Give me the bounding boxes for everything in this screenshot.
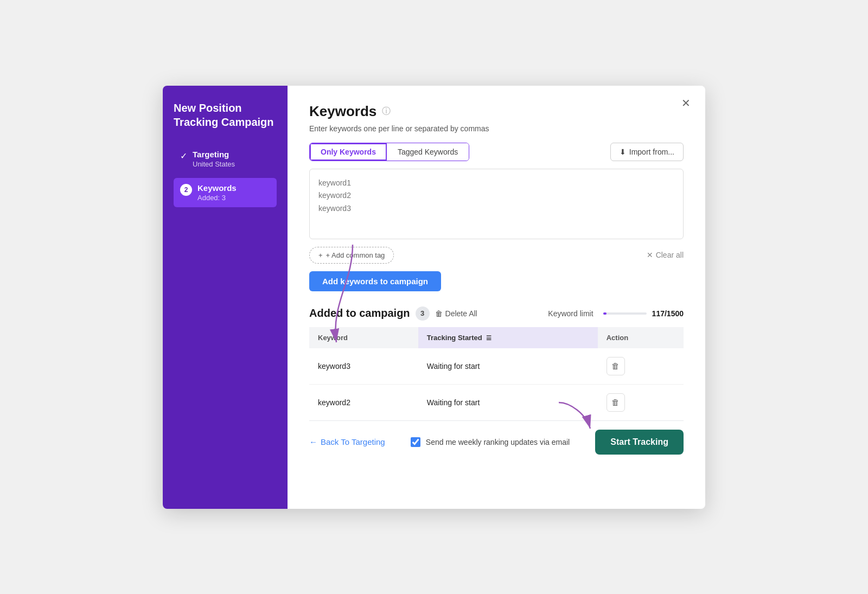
email-checkbox-row: Send me weekly ranking updates via email xyxy=(385,437,596,447)
limit-row: 117/1500 xyxy=(601,309,684,318)
added-to-campaign-section: Added to campaign 3 🗑 Delete All Keyword… xyxy=(309,306,684,420)
back-arrow-icon: ← xyxy=(309,437,317,446)
kw-cell-status3: Waiting for start xyxy=(418,348,598,385)
textarea-wrapper xyxy=(309,169,684,241)
plus-icon: + xyxy=(318,251,323,259)
clear-all-button[interactable]: ✕ Clear all xyxy=(647,251,684,259)
sidebar-targeting-label: Targeting xyxy=(193,150,235,159)
section-header: Added to campaign 3 🗑 Delete All Keyword… xyxy=(309,306,684,321)
table-header-row: Keyword Tracking Started ☰ Action xyxy=(309,327,684,348)
sidebar-keywords-sublabel: Added: 3 xyxy=(197,194,237,202)
keyword-tabs: Only Keywords Tagged Keywords xyxy=(309,143,469,161)
close-button[interactable]: ✕ xyxy=(677,94,694,112)
subtitle: Enter keywords one per line or separated… xyxy=(309,124,684,133)
check-icon: ✓ xyxy=(180,151,187,161)
limit-bar-fill xyxy=(603,312,607,315)
delete-all-label: Delete All xyxy=(445,309,477,318)
add-keywords-row: Add keywords to campaign xyxy=(309,271,684,291)
add-tag-label: + Add common tag xyxy=(326,251,385,259)
start-tracking-button[interactable]: Start Tracking xyxy=(595,430,684,455)
tabs-row: Only Keywords Tagged Keywords ⬇ Import f… xyxy=(309,143,684,161)
sidebar-targeting-content: Targeting United States xyxy=(193,150,235,168)
sidebar: New Position Tracking Campaign ✓ Targeti… xyxy=(163,86,288,509)
th-action: Action xyxy=(598,327,684,348)
close-icon: ✕ xyxy=(681,97,691,110)
back-button-label: Back To Targeting xyxy=(321,437,385,446)
clear-all-label: Clear all xyxy=(656,251,684,259)
import-button[interactable]: ⬇ Import from... xyxy=(610,143,684,161)
sidebar-targeting-sublabel: United States xyxy=(193,160,235,168)
keyword-limit-count: 117/1500 xyxy=(652,309,684,318)
bottom-bar: ← Back To Targeting Send me weekly ranki… xyxy=(309,420,684,457)
page-title: Keywords xyxy=(309,103,376,120)
kw-cell-keyword2: keyword2 xyxy=(309,384,418,420)
tab-only-keywords[interactable]: Only Keywords xyxy=(310,143,387,161)
kw-cell-action3: 🗑 xyxy=(598,348,684,385)
sidebar-title: New Position Tracking Campaign xyxy=(174,101,277,129)
import-download-icon: ⬇ xyxy=(620,148,626,156)
start-tracking-area: Start Tracking xyxy=(595,430,684,455)
delete-icon-2: 🗑 xyxy=(611,398,620,407)
sort-icon[interactable]: ☰ xyxy=(486,335,492,342)
campaign-count-badge: 3 xyxy=(416,306,430,321)
delete-icon-3: 🗑 xyxy=(611,361,620,371)
main-content: ✕ Keywords ⓘ Enter keywords one per line… xyxy=(288,86,705,509)
tag-clear-row: + + Add common tag ✕ Clear all xyxy=(309,247,684,264)
info-icon[interactable]: ⓘ xyxy=(382,106,391,117)
keyword-limit-area: Keyword limit 117/1500 xyxy=(548,309,684,318)
th-keyword: Keyword xyxy=(309,327,418,348)
back-to-targeting-button[interactable]: ← Back To Targeting xyxy=(309,437,385,446)
kw-cell-status2: Waiting for start xyxy=(418,384,598,420)
keywords-table: Keyword Tracking Started ☰ Action keywor… xyxy=(309,327,684,420)
th-tracking-started: Tracking Started ☰ xyxy=(418,327,598,348)
delete-all-button[interactable]: 🗑 Delete All xyxy=(435,309,477,318)
limit-bar-wrap xyxy=(603,312,647,315)
trash-icon: 🗑 xyxy=(435,309,443,318)
section-title: Added to campaign xyxy=(309,307,410,320)
page-title-row: Keywords ⓘ xyxy=(309,103,684,120)
clear-x-icon: ✕ xyxy=(647,251,653,259)
add-common-tag-button[interactable]: + + Add common tag xyxy=(309,247,394,264)
kw-cell-action2: 🗑 xyxy=(598,384,684,420)
sidebar-item-targeting[interactable]: ✓ Targeting United States xyxy=(174,144,277,174)
keywords-textarea[interactable] xyxy=(309,169,684,239)
table-row: keyword2 Waiting for start 🗑 xyxy=(309,384,684,420)
delete-row-button-3[interactable]: 🗑 xyxy=(607,357,625,375)
table-row: keyword3 Waiting for start 🗑 xyxy=(309,348,684,385)
tab-tagged-keywords[interactable]: Tagged Keywords xyxy=(387,143,469,161)
table-body: keyword3 Waiting for start 🗑 keyword2 Wa… xyxy=(309,348,684,420)
email-checkbox-label: Send me weekly ranking updates via email xyxy=(426,438,570,446)
keyword-limit-label: Keyword limit xyxy=(548,309,593,318)
keywords-step-number: 2 xyxy=(180,184,192,196)
sidebar-keywords-content: Keywords Added: 3 xyxy=(197,183,237,202)
sidebar-item-keywords[interactable]: 2 Keywords Added: 3 xyxy=(174,178,277,207)
sidebar-keywords-label: Keywords xyxy=(197,183,237,193)
email-checkbox[interactable] xyxy=(411,437,420,447)
add-keywords-button[interactable]: Add keywords to campaign xyxy=(309,271,441,291)
delete-row-button-2[interactable]: 🗑 xyxy=(607,393,625,412)
import-button-label: Import from... xyxy=(629,148,674,156)
kw-cell-keyword3: keyword3 xyxy=(309,348,418,385)
dialog: New Position Tracking Campaign ✓ Targeti… xyxy=(163,86,705,509)
